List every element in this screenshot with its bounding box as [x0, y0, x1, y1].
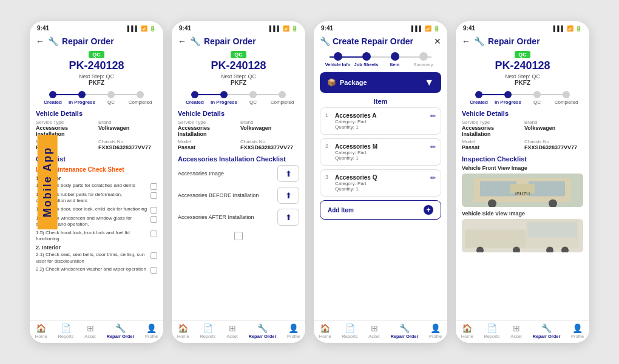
step-completed-4: Completed	[552, 91, 581, 105]
nav-repair-2[interactable]: 🔧 Repair Order	[249, 323, 277, 339]
bottom-nav-2: 🏠 Home 📄 Reports ⊞ Asset 🔧 Repair Order …	[172, 320, 305, 343]
nav-profile-3[interactable]: 👤 Profile	[429, 323, 442, 339]
vehicle-details-title-4: Vehicle Details	[462, 110, 583, 117]
upload-btn-3[interactable]: ⬆	[277, 209, 299, 226]
step-connector-1	[53, 94, 82, 95]
chassis-val-2: FXXSD6328377VV77	[240, 144, 299, 150]
step-label-qc-1: QC	[107, 99, 115, 105]
vehicle-detail-grid-2: Service Type Accessories Installation Br…	[178, 120, 299, 150]
checkbox-2[interactable]	[151, 192, 157, 199]
home-icon-2: 🏠	[178, 323, 188, 333]
nav-home-1[interactable]: 🏠 Home	[35, 323, 47, 339]
signal-icon-3: ▌▌▌	[411, 25, 423, 32]
order-number-4: PK-240128	[462, 59, 583, 72]
step-dot-created-2	[191, 91, 198, 98]
truck-front-visual: ISUZU	[462, 174, 583, 207]
nav-home-3[interactable]: 🏠 Home	[319, 323, 331, 339]
nav-asset-1[interactable]: ⊞ Asset	[84, 323, 96, 339]
step-dot-inprogress-4	[504, 91, 512, 98]
nav-repair-1[interactable]: 🔧 Repair Order	[107, 323, 135, 339]
chassis-block-2: Chassis No FXXSD6328377VV77	[240, 139, 299, 150]
battery-icon-3: 🔋	[433, 25, 440, 32]
signal-icon: ▌▌▌	[127, 25, 139, 32]
checkbox-5[interactable]	[151, 231, 157, 237]
nav-asset-4[interactable]: ⊞ Asset	[510, 323, 522, 339]
time-2: 9:41	[179, 25, 191, 32]
package-label: Package	[340, 79, 367, 86]
bottom-nav-3: 🏠 Home 📄 Reports ⊞ Asset 🔧 Repair Order …	[314, 320, 447, 343]
acc-row-3: Accessories AFTER Installation ⬆	[178, 209, 299, 226]
upload-btn-1[interactable]: ⬆	[277, 165, 299, 182]
step-label-created-4: Created	[470, 99, 488, 105]
edit-icon-2[interactable]: ✏	[430, 143, 436, 151]
close-button-3[interactable]: ✕	[434, 36, 441, 46]
nav-home-2[interactable]: 🏠 Home	[177, 323, 189, 339]
nav-asset-3[interactable]: ⊞ Asset	[368, 323, 380, 339]
nav-repair-4[interactable]: 🔧 Repair Order	[533, 323, 561, 339]
bottom-nav-4: 🏠 Home 📄 Reports ⊞ Asset 🔧 Repair Order …	[456, 320, 589, 343]
edit-icon-1[interactable]: ✏	[430, 112, 436, 120]
nav-label-asset-4: Asset	[510, 334, 522, 339]
step-qc-1: QC	[96, 91, 126, 105]
nav-reports-3[interactable]: 📄 Reports	[342, 323, 357, 339]
nav-reports-1[interactable]: 📄 Reports	[58, 323, 73, 339]
reports-icon-1: 📄	[61, 323, 71, 333]
step-dot-qc-1	[107, 91, 115, 98]
status-bar-1: 9:41 ▌▌▌ 📶 🔋	[30, 21, 163, 33]
upload-btn-2[interactable]: ⬆	[277, 187, 299, 204]
back-button-4[interactable]: ←	[462, 36, 470, 46]
check-text-5: 1.5) Check hood lock, trunk lock and fue…	[36, 230, 148, 243]
item-card-3: 3 Accessories Q Category: Part Quantity:…	[320, 169, 441, 197]
nav-reports-2[interactable]: 📄 Reports	[200, 323, 215, 339]
back-button-1[interactable]: ←	[36, 36, 44, 46]
next-step-val-1: PKFZ	[36, 79, 157, 86]
status-bar-4: 9:41 ▌▌▌ 📶 🔋	[456, 21, 589, 33]
item-cat-1: Category: Part	[335, 119, 430, 124]
package-dropdown[interactable]: 📦 Package ▼	[320, 72, 441, 93]
step-created-1: Created	[38, 91, 67, 105]
reports-icon-3: 📄	[345, 323, 355, 333]
time-3: 9:41	[321, 25, 333, 32]
item-cat-2: Category: Part	[335, 150, 430, 155]
bottom-checkbox-2[interactable]	[234, 232, 243, 240]
nav-home-4[interactable]: 🏠 Home	[461, 323, 473, 339]
nav-profile-1[interactable]: 👤 Profile	[145, 323, 158, 339]
step-qc-2: QC	[238, 91, 268, 105]
checkbox-3[interactable]	[151, 207, 157, 214]
order-number-1: PK-240128	[36, 59, 157, 72]
create-steps-container: Vehicle Info Job Sheets Item Summary	[320, 52, 441, 67]
status-icons-1: ▌▌▌ 📶 🔋	[127, 25, 156, 32]
profile-icon-3: 👤	[430, 323, 441, 333]
nav-label-reports-3: Reports	[342, 334, 357, 339]
screen-4: 9:41 ▌▌▌ 📶 🔋 ← 🔧 Repair Order QC PK-2401…	[456, 21, 589, 343]
item-info-2: Accessories M Category: Part Quantity: 1	[335, 143, 430, 161]
nav-profile-4[interactable]: 👤 Profile	[571, 323, 584, 339]
nav-reports-4[interactable]: 📄 Reports	[484, 323, 499, 339]
status-bar-3: 9:41 ▌▌▌ 📶 🔋	[314, 21, 447, 33]
add-item-button[interactable]: Add Item +	[320, 200, 441, 220]
qc-badge-2: QC	[231, 51, 246, 58]
nav-label-reports-2: Reports	[200, 334, 215, 339]
step-label-inprogress-2: In Progress	[211, 99, 237, 105]
checkbox-6[interactable]	[151, 252, 157, 259]
checkbox-7[interactable]	[151, 267, 157, 274]
step-label-created-2: Created	[186, 99, 204, 105]
vehicle-details-title-2: Vehicle Details	[178, 110, 299, 117]
edit-icon-3[interactable]: ✏	[430, 174, 436, 182]
screen3-content: 🔧 Create Repair Order ✕ Vehicle Info Job…	[314, 33, 447, 320]
next-step-label-2: Next Step: QC	[178, 73, 299, 79]
model-val-2: Passat	[178, 144, 237, 150]
nav-profile-2[interactable]: 👤 Profile	[287, 323, 300, 339]
chassis-block-1: Chassis No FXXSD6328377VV77	[98, 139, 157, 150]
model-block-4: Model Passat	[462, 139, 521, 150]
nav-asset-2[interactable]: ⊞ Asset	[226, 323, 238, 339]
checkbox-1[interactable]	[151, 183, 157, 190]
nav-repair-3[interactable]: 🔧 Repair Order	[391, 323, 419, 339]
brand-label-4: Brand	[524, 120, 583, 125]
next-step-label-1: Next Step: QC	[36, 73, 157, 79]
create-step-vehicleinfo: Vehicle Info	[323, 52, 352, 67]
back-button-2[interactable]: ←	[178, 36, 186, 46]
qc-badge-4: QC	[515, 51, 530, 58]
checkbox-4[interactable]	[151, 216, 157, 223]
acc-row-2: Accessories BEFORE Installation ⬆	[178, 187, 299, 204]
